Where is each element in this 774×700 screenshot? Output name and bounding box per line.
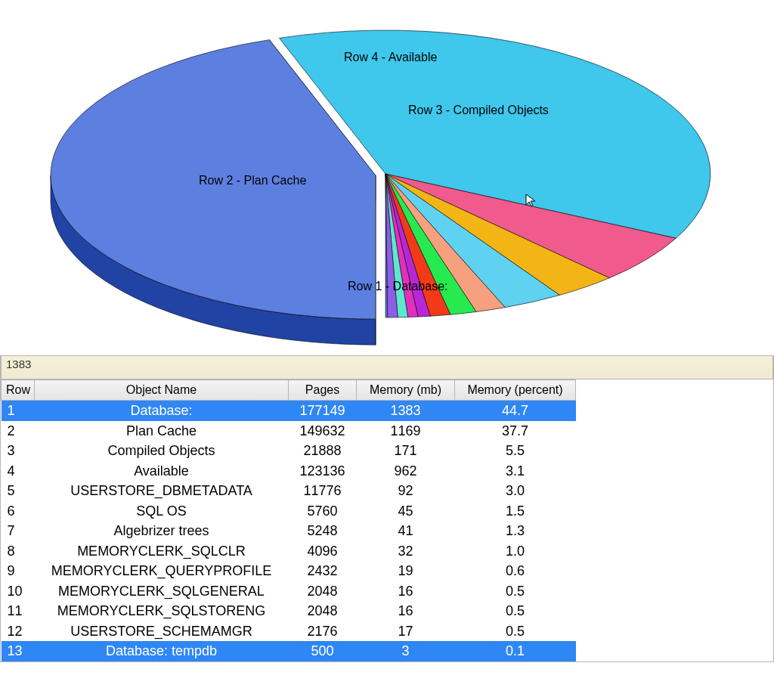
table-row[interactable]: 5USERSTORE_DBMETADATA11776923.0 <box>2 481 576 501</box>
pie-chart: Row 1 - Database: Row 2 - Plan Cache Row… <box>0 0 774 355</box>
cell-pages: 123136 <box>289 461 357 482</box>
cell-pct: 0.5 <box>455 601 576 621</box>
cell-pages: 2432 <box>289 561 357 581</box>
cell-name: USERSTORE_SCHEMAMGR <box>35 621 289 642</box>
cell-name: MEMORYCLERK_SQLGENERAL <box>35 581 289 602</box>
cell-mb: 3 <box>357 641 455 661</box>
cell-row: 7 <box>2 521 35 541</box>
table-row[interactable]: 3Compiled Objects218881715.5 <box>2 441 576 461</box>
cell-pages: 4096 <box>289 541 357 562</box>
cell-name: Database: tempdb <box>35 641 289 661</box>
cell-pages: 149632 <box>289 421 357 441</box>
cell-pages: 11776 <box>289 481 357 501</box>
cell-mb: 19 <box>357 561 455 581</box>
cell-pages: 2048 <box>289 601 357 621</box>
cell-pct: 3.0 <box>455 481 576 501</box>
cell-mb: 45 <box>357 501 455 522</box>
cell-name: Algebrizer trees <box>35 521 289 541</box>
cell-pct: 5.5 <box>455 441 576 461</box>
cell-pages: 21888 <box>289 441 357 461</box>
col-row[interactable]: Row <box>2 380 35 401</box>
slice-label-database: Row 1 - Database: <box>348 280 448 293</box>
slice-label-compiled: Row 3 - Compiled Objects <box>408 104 549 117</box>
cell-pct: 44.7 <box>455 401 576 421</box>
cell-row: 2 <box>2 421 35 441</box>
cell-row: 13 <box>2 641 35 661</box>
cell-pct: 0.5 <box>455 621 576 642</box>
cell-row: 6 <box>2 501 35 522</box>
cell-mb: 92 <box>357 481 455 501</box>
col-pages[interactable]: Pages <box>289 380 357 401</box>
table-row[interactable]: 7Algebrizer trees5248411.3 <box>2 521 576 541</box>
cell-row: 4 <box>2 461 35 482</box>
cell-row: 12 <box>2 621 35 642</box>
cell-row: 8 <box>2 541 35 562</box>
col-name[interactable]: Object Name <box>35 380 289 401</box>
cell-name: SQL OS <box>35 501 289 522</box>
cell-name: Compiled Objects <box>35 441 289 461</box>
cell-mb: 1383 <box>357 401 455 421</box>
slice-label-available: Row 4 - Available <box>344 51 437 64</box>
table-row[interactable]: 9MEMORYCLERK_QUERYPROFILE2432190.6 <box>2 561 576 581</box>
cell-pct: 3.1 <box>455 461 576 482</box>
cell-pct: 1.5 <box>455 501 576 522</box>
cell-pages: 500 <box>289 641 357 661</box>
cell-name: MEMORYCLERK_QUERYPROFILE <box>35 561 289 581</box>
table-row[interactable]: 8MEMORYCLERK_SQLCLR4096321.0 <box>2 541 576 562</box>
cell-mb: 41 <box>357 521 455 541</box>
cell-pct: 0.1 <box>455 641 576 661</box>
cell-pct: 1.3 <box>455 521 576 541</box>
table-row[interactable]: 11MEMORYCLERK_SQLSTORENG2048160.5 <box>2 601 576 621</box>
cell-mb: 962 <box>357 461 455 482</box>
status-bar-value: 1383 <box>1 355 773 379</box>
cell-row: 10 <box>2 581 35 602</box>
table-row[interactable]: 6SQL OS5760451.5 <box>2 501 576 522</box>
table-row[interactable]: 4Available1231369623.1 <box>2 461 576 482</box>
cell-row: 11 <box>2 601 35 621</box>
cell-mb: 32 <box>357 541 455 562</box>
cell-row: 5 <box>2 481 35 501</box>
cell-row: 1 <box>2 401 35 421</box>
cell-name: Database: <box>35 401 289 421</box>
memory-table: Row Object Name Pages Memory (mb) Memory… <box>1 379 576 661</box>
cell-row: 9 <box>2 561 35 581</box>
cell-pages: 5760 <box>289 501 357 522</box>
cell-pages: 5248 <box>289 521 357 541</box>
table-row[interactable]: 13Database: tempdb50030.1 <box>2 641 576 661</box>
cell-pct: 1.0 <box>455 541 576 562</box>
table-row[interactable]: 10MEMORYCLERK_SQLGENERAL2048160.5 <box>2 581 576 602</box>
cell-name: USERSTORE_DBMETADATA <box>35 481 289 501</box>
table-row[interactable]: 12USERSTORE_SCHEMAMGR2176170.5 <box>2 621 576 642</box>
cell-pages: 177149 <box>289 401 357 421</box>
col-memory-pct[interactable]: Memory (percent) <box>455 380 576 401</box>
cell-name: Available <box>35 461 289 482</box>
col-memory-mb[interactable]: Memory (mb) <box>357 380 455 401</box>
cell-name: MEMORYCLERK_SQLCLR <box>35 541 289 562</box>
cell-name: MEMORYCLERK_SQLSTORENG <box>35 601 289 621</box>
cell-pages: 2048 <box>289 581 357 602</box>
table-row[interactable]: 2Plan Cache149632116937.7 <box>2 421 576 441</box>
cell-mb: 1169 <box>357 421 455 441</box>
table-row[interactable]: 1Database:177149138344.7 <box>2 401 576 421</box>
cell-mb: 17 <box>357 621 455 642</box>
cell-mb: 16 <box>357 581 455 602</box>
cell-name: Plan Cache <box>35 421 289 441</box>
cell-row: 3 <box>2 441 35 461</box>
cell-pct: 0.6 <box>455 561 576 581</box>
cell-mb: 16 <box>357 601 455 621</box>
cell-pct: 37.7 <box>455 421 576 441</box>
cell-pages: 2176 <box>289 621 357 642</box>
slice-label-plan-cache: Row 2 - Plan Cache <box>199 174 306 187</box>
cell-pct: 0.5 <box>455 581 576 602</box>
cell-mb: 171 <box>357 441 455 461</box>
